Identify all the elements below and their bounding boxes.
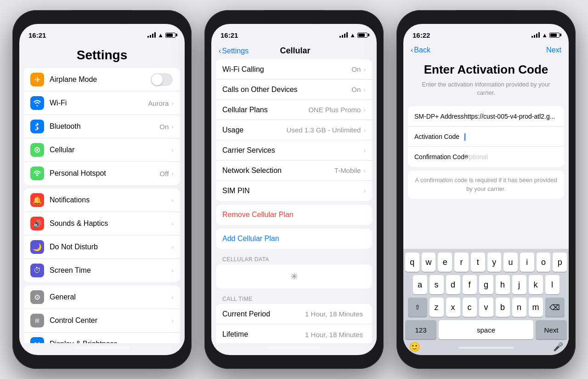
key-n[interactable]: n [512, 298, 526, 317]
form-row-activation[interactable]: Activation Code [408, 126, 564, 147]
mic-key[interactable]: 🎤 [553, 342, 563, 352]
key-r[interactable]: r [454, 253, 469, 272]
cellular-row-callsother[interactable]: Calls on Other Devices On › [216, 80, 372, 100]
key-y[interactable]: y [487, 253, 502, 272]
key-a[interactable]: a [413, 275, 427, 294]
hotspot-value: Off [160, 170, 169, 178]
key-o[interactable]: o [537, 253, 551, 272]
key-h[interactable]: h [496, 275, 510, 294]
wifi-chevron: › [171, 99, 174, 107]
key-c[interactable]: c [463, 298, 477, 317]
key-w[interactable]: w [422, 253, 436, 272]
key-m[interactable]: m [529, 298, 543, 317]
smdp-label: SM-DP+ Address [414, 113, 460, 120]
cellular-row-plans[interactable]: Cellular Plans ONE Plus Promo › [216, 100, 372, 120]
signal-1 [147, 32, 156, 38]
bluetooth-value: On [159, 123, 169, 131]
cellular-row-network[interactable]: Network Selection T-Mobile › [216, 161, 372, 181]
settings-row-cellular[interactable]: Cellular › [24, 138, 180, 162]
notch-2 [264, 10, 324, 23]
settings-section-2: 🔔 Notifications › 🔊 Sounds & Haptics › 🌙… [24, 189, 180, 282]
settings-row-display[interactable]: AA Display & Brightness › [24, 333, 180, 343]
key-u[interactable]: u [503, 253, 518, 272]
settings-row-screentime[interactable]: ⏱ Screen Time › [24, 259, 180, 282]
activation-input[interactable] [464, 132, 558, 140]
key-k[interactable]: k [529, 275, 543, 294]
cellular-label: Cellular [50, 146, 171, 154]
svg-point-1 [36, 149, 38, 151]
key-q[interactable]: q [405, 253, 419, 272]
activation-label: Activation Code [414, 133, 460, 140]
key-j[interactable]: j [512, 275, 526, 294]
nav-next-3[interactable]: Next [546, 46, 561, 54]
settings-row-controlcenter[interactable]: ⊞ Control Center › [24, 309, 180, 333]
key-t[interactable]: t [471, 253, 485, 272]
settings-row-wifi[interactable]: Wi-Fi Aurora › [24, 92, 180, 115]
phone-3: 16:22 ▲ ‹ Back Ne [396, 10, 576, 369]
settings-row-dnd[interactable]: 🌙 Do Not Disturb › [24, 235, 180, 259]
dnd-icon: 🌙 [30, 240, 44, 254]
cellular-row-simpin[interactable]: SIM PIN › [216, 181, 372, 201]
cellular-row-add[interactable]: Add Cellular Plan [216, 229, 372, 249]
cellular-section-add: Add Cellular Plan [216, 229, 372, 249]
screentime-label: Screen Time [50, 266, 171, 275]
nav-back-3[interactable]: ‹ Back [411, 46, 430, 54]
status-icons-2: ▲ [339, 32, 368, 39]
airplane-label: Airplane Mode [50, 75, 151, 84]
key-f[interactable]: f [463, 275, 477, 294]
settings-row-notifications[interactable]: 🔔 Notifications › [24, 189, 180, 212]
emoji-key[interactable]: 🙂 [409, 341, 420, 352]
wifi-icon-3: ▲ [542, 32, 548, 39]
controlcenter-chevron: › [171, 317, 174, 324]
confirmation-input[interactable]: Optional [464, 153, 558, 161]
hotspot-label: Personal Hotspot [50, 169, 160, 178]
delete-key[interactable]: ⌫ [545, 298, 565, 317]
battery-icon-2 [357, 33, 368, 38]
settings-row-general[interactable]: ⚙ General › [24, 286, 180, 309]
settings-list: ✈ Airplane Mode Wi-Fi Aurora › [19, 68, 185, 343]
airplane-toggle[interactable] [151, 73, 173, 86]
cellular-row-remove[interactable]: Remove Cellular Plan [216, 205, 372, 225]
key-next[interactable]: Next [536, 320, 567, 339]
hotspot-icon [30, 167, 44, 180]
kb-row-1: q w e r t y u i o p [405, 253, 567, 272]
display-icon: AA [30, 337, 44, 343]
cellular-row-usage[interactable]: Usage Used 1.3 GB - Unlimited › [216, 120, 372, 140]
home-bar-2 [266, 347, 322, 349]
key-g[interactable]: g [479, 275, 493, 294]
wifi-label: Wi-Fi [50, 99, 148, 107]
form-row-confirmation[interactable]: Confirmation Code Optional [408, 147, 564, 167]
key-x[interactable]: x [446, 298, 460, 317]
key-space[interactable]: space [439, 320, 533, 339]
general-label: General [50, 293, 171, 301]
cellular-row-wificalling[interactable]: Wi-Fi Calling On › [216, 59, 372, 80]
cellular-row-carrierservices[interactable]: Carrier Services › [216, 140, 372, 161]
status-icons-3: ▲ [531, 32, 560, 39]
nav-back-2[interactable]: ‹ Settings [219, 47, 249, 55]
dnd-chevron: › [171, 243, 174, 251]
settings-row-sounds[interactable]: 🔊 Sounds & Haptics › [24, 212, 180, 235]
settings-row-airplane[interactable]: ✈ Airplane Mode [24, 68, 180, 92]
cellular-section-1: Wi-Fi Calling On › Calls on Other Device… [216, 59, 372, 201]
sounds-icon: 🔊 [30, 217, 44, 230]
key-s[interactable]: s [430, 275, 444, 294]
time-2: 16:21 [220, 31, 238, 39]
settings-row-hotspot[interactable]: Personal Hotspot Off › [24, 162, 180, 185]
key-d[interactable]: d [446, 275, 460, 294]
key-123[interactable]: 123 [405, 320, 436, 339]
nav-bar-2: ‹ Settings Cellular [211, 44, 377, 59]
key-i[interactable]: i [520, 253, 534, 272]
wifi-icon-2: ▲ [350, 32, 356, 39]
key-p[interactable]: p [553, 253, 567, 272]
key-l[interactable]: l [545, 275, 560, 294]
notch-1 [72, 10, 132, 23]
key-z[interactable]: z [430, 298, 444, 317]
shift-key[interactable]: ⇧ [408, 298, 427, 317]
key-e[interactable]: e [438, 253, 452, 272]
kb-row-bottom: 123 space Next [405, 320, 567, 339]
confirmation-label: Confirmation Code [414, 153, 460, 161]
key-b[interactable]: b [496, 298, 510, 317]
key-v[interactable]: v [479, 298, 493, 317]
screen-1: 16:21 ▲ Settings [19, 24, 185, 355]
settings-row-bluetooth[interactable]: Bluetooth On › [24, 115, 180, 138]
